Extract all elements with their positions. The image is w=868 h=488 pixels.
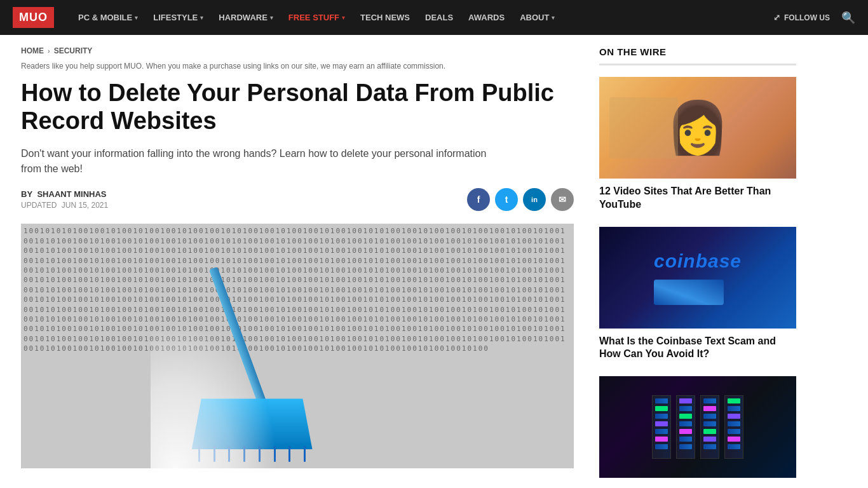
sidebar-section-title: ON THE WIRE (599, 46, 796, 65)
article-title: How to Delete Your Personal Data From Pu… (21, 79, 574, 135)
author-name[interactable]: SHAANT MINHAS (37, 189, 106, 199)
page-wrapper: HOME › SECURITY Readers like you help su… (8, 35, 860, 488)
chevron-down-icon: ▾ (135, 15, 138, 21)
article-author: BY SHAANT MINHAS (21, 189, 108, 199)
author-block: BY SHAANT MINHAS UPDATED JUN 15, 2021 (21, 189, 108, 210)
chevron-down-icon: ▾ (342, 15, 345, 21)
sidebar-card-1-image: 👩 (599, 77, 796, 179)
breadcrumb-section[interactable]: SECURITY (54, 46, 93, 55)
site-logo[interactable]: MUO (13, 7, 54, 28)
sidebar-card-2: coinbase What Is the Coinbase Text Scam … (599, 227, 796, 362)
article-subtitle: Don't want your information falling into… (21, 146, 491, 177)
article-hero-image: 1001010101001001010010100100101001001010… (21, 224, 574, 468)
nav-item-tech-news[interactable]: TECH NEWS (354, 9, 416, 26)
article-date: UPDATED JUN 15, 2021 (21, 201, 108, 210)
nav-items: PC & MOBILE ▾ LIFESTYLE ▾ HARDWARE ▾ FRE… (72, 9, 773, 26)
search-icon[interactable]: 🔍 (841, 11, 855, 25)
nav-item-lifestyle[interactable]: LIFESTYLE ▾ (147, 9, 210, 26)
sidebar: ON THE WIRE 👩 12 Video Sites That Are Be… (599, 35, 796, 488)
nav-item-pc-mobile[interactable]: PC & MOBILE ▾ (72, 9, 144, 26)
nav-item-hardware[interactable]: HARDWARE ▾ (212, 9, 280, 26)
share-facebook-button[interactable]: f (467, 188, 490, 211)
sidebar-card-3 (599, 376, 796, 478)
binary-overlay: 1001010101001001010010100100101001001010… (21, 224, 574, 468)
nav-item-deals[interactable]: DEALS (419, 9, 459, 26)
share-buttons: f t in ✉ (467, 188, 574, 211)
chevron-down-icon: ▾ (552, 15, 555, 21)
sidebar-card-3-image (599, 376, 796, 478)
chevron-down-icon: ▾ (270, 15, 273, 21)
sidebar-card-1-title[interactable]: 12 Video Sites That Are Better Than YouT… (599, 185, 796, 212)
nav-item-about[interactable]: ABOUT ▾ (513, 9, 561, 26)
share-twitter-button[interactable]: t (495, 188, 518, 211)
breadcrumb: HOME › SECURITY (21, 46, 574, 55)
sidebar-card-2-image: coinbase (599, 227, 796, 329)
sidebar-card-1: 👩 12 Video Sites That Are Better Than Yo… (599, 77, 796, 212)
affiliate-notice: Readers like you help support MUO. When … (21, 62, 574, 71)
article-meta: BY SHAANT MINHAS UPDATED JUN 15, 2021 f … (21, 188, 574, 211)
share-linkedin-button[interactable]: in (523, 188, 546, 211)
main-navigation: MUO PC & MOBILE ▾ LIFESTYLE ▾ HARDWARE ▾… (0, 0, 868, 35)
article-area: HOME › SECURITY Readers like you help su… (21, 35, 574, 488)
breadcrumb-home[interactable]: HOME (21, 46, 44, 55)
nav-right: ⤢ FOLLOW US 🔍 (773, 11, 855, 25)
share-email-button[interactable]: ✉ (551, 188, 574, 211)
chevron-down-icon: ▾ (200, 15, 203, 21)
sidebar-card-2-title[interactable]: What Is the Coinbase Text Scam and How C… (599, 335, 796, 362)
nav-item-awards[interactable]: AWARDS (462, 9, 511, 26)
follow-us-button[interactable]: ⤢ FOLLOW US (773, 13, 830, 22)
nav-item-free-stuff[interactable]: FREE STUFF ▾ (282, 9, 351, 26)
breadcrumb-separator: › (48, 47, 50, 55)
